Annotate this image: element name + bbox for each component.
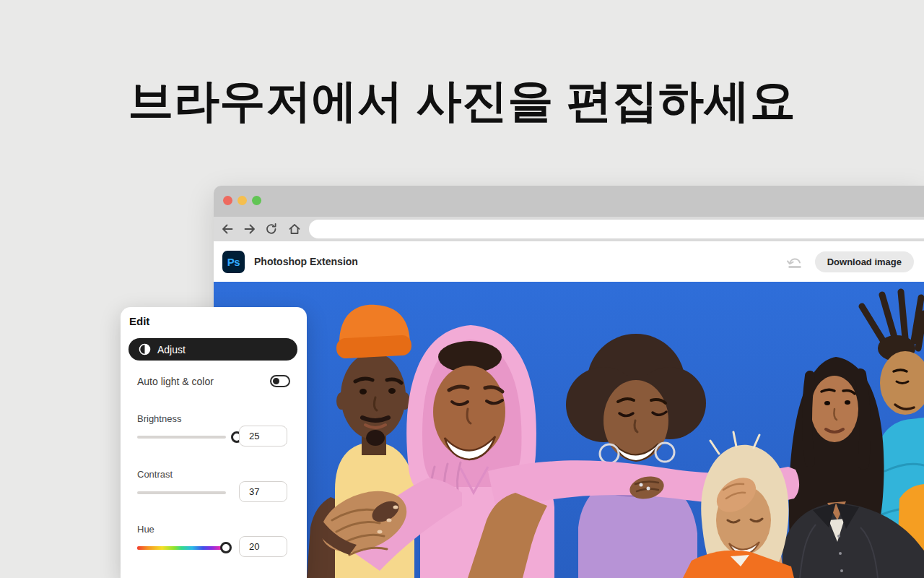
app-title: Photoshop Extension [254,256,358,267]
contrast-track[interactable] [137,491,226,494]
back-icon[interactable] [221,223,234,236]
brightness-label: Brightness [137,413,181,424]
contrast-slider-group: Contrast [137,467,290,512]
adjust-label: Adjust [157,344,186,355]
hue-label: Hue [137,524,154,535]
extension-toolbar: Ps Photoshop Extension Download image [214,241,924,282]
download-image-button[interactable]: Download image [815,251,914,272]
hue-slider-group: Hue [137,522,290,567]
auto-light-toggle[interactable] [270,375,290,387]
browser-titlebar [214,186,924,217]
brightness-track[interactable] [137,436,226,439]
brightness-value-input[interactable] [239,426,287,447]
reload-icon[interactable] [265,223,278,236]
home-icon[interactable] [288,223,301,236]
brightness-slider-group: Brightness [137,412,290,457]
adjust-button[interactable]: Adjust [128,338,297,361]
url-input[interactable] [309,220,924,238]
hue-track[interactable] [137,546,226,550]
auto-light-label: Auto light & color [137,376,214,387]
browser-window: Ps Photoshop Extension Download image [214,186,924,578]
contrast-value-input[interactable] [239,481,287,502]
edit-panel: Edit Adjust Auto light & color Brightnes… [121,307,307,578]
forward-icon[interactable] [243,223,256,236]
photoshop-logo: Ps [222,251,245,273]
page-title: 브라우저에서 사진을 편집하세요 [0,70,924,132]
contrast-label: Contrast [137,469,173,480]
hue-thumb[interactable] [220,542,232,553]
contrast-icon [139,343,151,355]
browser-navbar [214,217,924,241]
photo-canvas [214,282,924,578]
window-controls [223,196,261,205]
close-button[interactable] [223,196,232,205]
zoom-button[interactable] [252,196,261,205]
minimize-button[interactable] [237,196,247,205]
edit-panel-title: Edit [129,315,149,327]
undo-icon[interactable] [785,254,805,269]
hue-value-input[interactable] [239,536,287,557]
